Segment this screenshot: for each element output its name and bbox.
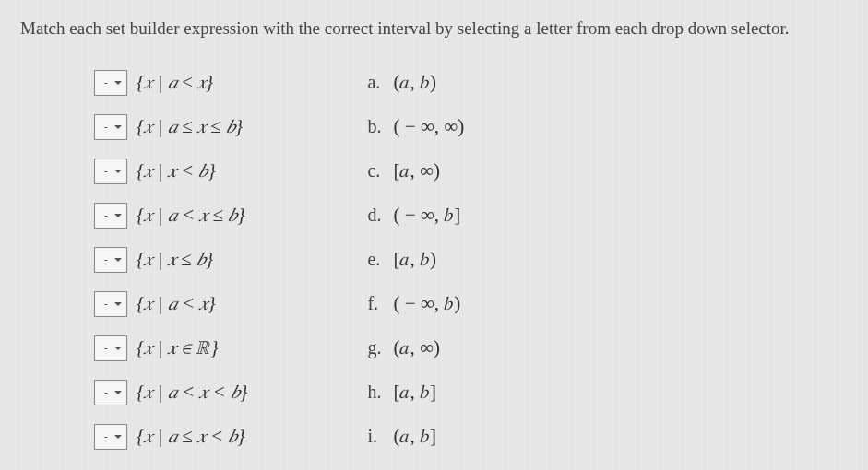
dropdown-value: - <box>99 120 113 135</box>
dropdown-value: - <box>99 385 113 400</box>
chevron-down-icon <box>113 123 123 132</box>
answer-letter: b. <box>367 116 387 137</box>
set-expression: {𝑥 | 𝑥 ∈ ℝ} <box>137 336 219 359</box>
instructions-text: Match each set builder expression with t… <box>20 17 848 41</box>
dropdown-selector[interactable]: - <box>94 70 127 96</box>
dropdown-value: - <box>99 208 113 223</box>
answer-row: c. [𝑎, ∞) <box>367 156 464 187</box>
set-expression: {𝑥 | 𝑥 ≤ 𝑏} <box>137 248 213 271</box>
set-expression: {𝑥 | 𝑎 ≤ 𝑥} <box>137 71 213 94</box>
dropdown-value: - <box>99 341 113 356</box>
answer-interval: ( − ∞, 𝑏) <box>393 292 460 315</box>
answer-row: b. ( − ∞, ∞) <box>367 112 464 143</box>
dropdown-selector[interactable]: - <box>94 380 127 405</box>
dropdown-selector[interactable]: - <box>94 335 127 361</box>
content-area: - {𝑥 | 𝑎 ≤ 𝑥} - {𝑥 | 𝑎 ≤ 𝑥 ≤ 𝑏} - {𝑥 | 𝑥… <box>20 67 848 452</box>
question-row: - {𝑥 | 𝑎 ≤ 𝑥 < 𝑏} <box>94 421 247 452</box>
answer-letter: a. <box>367 72 387 93</box>
answer-interval: ( − ∞, 𝑏] <box>393 204 460 227</box>
chevron-down-icon <box>113 300 123 309</box>
answer-interval: ( − ∞, ∞) <box>393 115 464 138</box>
dropdown-selector[interactable]: - <box>94 159 127 184</box>
question-row: - {𝑥 | 𝑎 ≤ 𝑥 ≤ 𝑏} <box>94 112 247 143</box>
set-expression: {𝑥 | 𝑎 < 𝑥 < 𝑏} <box>137 381 247 404</box>
answer-row: e. [𝑎, 𝑏) <box>367 244 464 276</box>
chevron-down-icon <box>113 211 123 220</box>
dropdown-selector[interactable]: - <box>94 247 127 273</box>
dropdown-value: - <box>99 76 113 90</box>
answer-letter: d. <box>367 205 387 226</box>
set-expression: {𝑥 | 𝑎 ≤ 𝑥 < 𝑏} <box>137 425 245 448</box>
dropdown-value: - <box>99 164 113 179</box>
questions-column: - {𝑥 | 𝑎 ≤ 𝑥} - {𝑥 | 𝑎 ≤ 𝑥 ≤ 𝑏} - {𝑥 | 𝑥… <box>94 67 247 452</box>
question-row: - {𝑥 | 𝑎 < 𝑥 ≤ 𝑏} <box>94 200 247 231</box>
answer-interval: [𝑎, 𝑏) <box>393 248 436 271</box>
chevron-down-icon <box>113 432 123 441</box>
chevron-down-icon <box>113 167 123 176</box>
question-row: - {𝑥 | 𝑎 < 𝑥} <box>94 288 247 320</box>
question-row: - {𝑥 | 𝑥 ∈ ℝ} <box>94 333 247 364</box>
set-expression: {𝑥 | 𝑎 ≤ 𝑥 ≤ 𝑏} <box>137 115 243 138</box>
answer-row: i. (𝑎, 𝑏] <box>367 421 464 452</box>
chevron-down-icon <box>113 255 123 264</box>
answer-row: a. (𝑎, 𝑏) <box>367 67 464 99</box>
answer-row: g. (𝑎, ∞) <box>367 333 464 364</box>
answer-row: f. ( − ∞, 𝑏) <box>367 288 464 320</box>
dropdown-value: - <box>99 429 113 444</box>
answer-row: d. ( − ∞, 𝑏] <box>367 200 464 231</box>
dropdown-selector[interactable]: - <box>94 424 127 450</box>
answer-letter: h. <box>367 382 387 403</box>
dropdown-value: - <box>99 297 113 311</box>
answer-row: h. [𝑎, 𝑏] <box>367 377 464 408</box>
answer-letter: g. <box>367 337 387 358</box>
question-row: - {𝑥 | 𝑥 ≤ 𝑏} <box>94 244 247 276</box>
chevron-down-icon <box>113 388 123 397</box>
answer-interval: (𝑎, 𝑏) <box>393 71 436 94</box>
dropdown-selector[interactable]: - <box>94 203 127 229</box>
chevron-down-icon <box>113 344 123 353</box>
chevron-down-icon <box>113 78 123 88</box>
dropdown-selector[interactable]: - <box>94 114 127 140</box>
set-expression: {𝑥 | 𝑎 < 𝑥 ≤ 𝑏} <box>137 204 245 227</box>
set-expression: {𝑥 | 𝑥 < 𝑏} <box>137 159 216 182</box>
answer-letter: f. <box>367 293 387 314</box>
question-row: - {𝑥 | 𝑎 ≤ 𝑥} <box>94 67 247 99</box>
set-expression: {𝑥 | 𝑎 < 𝑥} <box>137 292 216 315</box>
answer-interval: (𝑎, 𝑏] <box>393 425 436 448</box>
answer-letter: c. <box>367 160 387 182</box>
dropdown-selector[interactable]: - <box>94 291 127 317</box>
answer-interval: (𝑎, ∞) <box>393 336 439 359</box>
dropdown-value: - <box>99 253 113 267</box>
answer-interval: [𝑎, ∞) <box>393 159 439 182</box>
question-row: - {𝑥 | 𝑥 < 𝑏} <box>94 156 247 187</box>
answer-letter: i. <box>367 426 387 447</box>
answer-interval: [𝑎, 𝑏] <box>393 381 436 404</box>
answers-column: a. (𝑎, 𝑏) b. ( − ∞, ∞) c. [𝑎, ∞) d. ( − … <box>367 67 464 452</box>
question-row: - {𝑥 | 𝑎 < 𝑥 < 𝑏} <box>94 377 247 408</box>
answer-letter: e. <box>367 249 387 270</box>
